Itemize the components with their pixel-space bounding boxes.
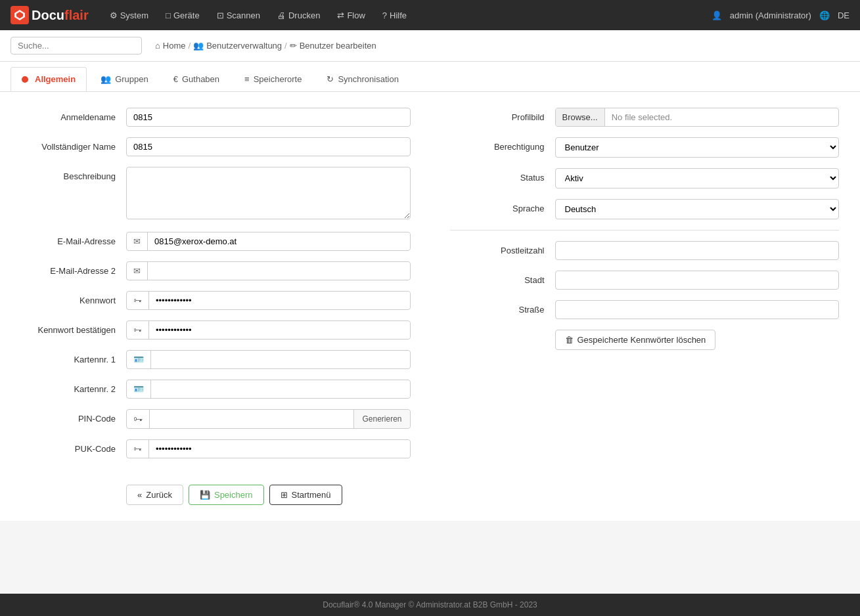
grid-icon: ⊞ (281, 490, 288, 500)
email2-input[interactable] (148, 262, 410, 280)
kartennr2-input[interactable] (151, 380, 410, 398)
pincode-input[interactable] (150, 410, 353, 428)
back-button[interactable]: « Zurück (126, 485, 183, 505)
navbar-left: Docuflair System □ Geräte ⊡ Scannen 🖨 Dr… (11, 0, 413, 30)
scan-icon: ⊡ (217, 11, 224, 20)
pincode-input-group: 🗝 Generieren (126, 409, 411, 429)
brand-text: Docuflair (32, 8, 89, 23)
globe-icon: 🌐 (819, 11, 830, 20)
nav-geraete[interactable]: □ Geräte (159, 0, 206, 30)
file-browse-button[interactable]: Browse... (556, 108, 605, 126)
tabs-container: Allgemein 👥 Gruppen € Guthaben ≡ Speiche… (0, 62, 860, 92)
circle-red-icon (22, 76, 28, 83)
email-input[interactable] (148, 232, 410, 250)
trash-icon: 🗑 (565, 335, 574, 345)
card1-icon: 🪪 (127, 351, 151, 368)
kartennr1-input-group: 🪪 (126, 350, 411, 369)
stadt-label: Stadt (450, 271, 555, 285)
chevron-left-icon: « (137, 490, 142, 500)
email2-wrapper: ✉ (126, 261, 411, 280)
pukcode-label: PUK-Code (21, 439, 126, 454)
row-email: E-Mail-Adresse ✉ (21, 232, 411, 251)
delete-passwords-wrapper: 🗑 Gespeicherte Kennwörter löschen (555, 330, 840, 350)
row-beschreibung: Beschreibung (21, 167, 411, 221)
euro-icon: € (173, 74, 178, 84)
pukcode-input[interactable] (149, 440, 410, 458)
row-kartennr2: Kartennr. 2 🪪 (21, 380, 411, 399)
help-icon: ? (382, 11, 387, 20)
stadt-input[interactable] (555, 271, 840, 290)
anmeldename-label: Anmeldename (21, 108, 126, 122)
save-button[interactable]: 💾 Speichern (189, 485, 264, 505)
strasse-label: Straße (450, 300, 555, 315)
strasse-input[interactable] (555, 300, 840, 319)
tab-speicherorte[interactable]: ≡ Speicherorte (233, 67, 313, 91)
form-columns: Anmeldename Vollständiger Name Beschreib… (21, 108, 839, 469)
row-kartennr1: Kartennr. 1 🪪 (21, 350, 411, 369)
breadcrumb-sep-1: / (189, 41, 191, 51)
nav-scannen[interactable]: ⊡ Scannen (210, 0, 267, 30)
nav-hilfe[interactable]: ? Hilfe (376, 0, 413, 30)
postleitzahl-label: Postleitzahl (450, 241, 555, 255)
breadcrumb-benutzerverwaltung[interactable]: Benutzerverwaltung (206, 41, 282, 51)
search-input[interactable] (11, 37, 142, 55)
nav-drucken-label: Drucken (288, 11, 320, 20)
tab-synchronisation[interactable]: ↻ Synchronisation (315, 67, 410, 91)
key2-icon: 🗝 (127, 321, 149, 339)
status-wrapper: Aktiv Inaktiv Gesperrt (555, 168, 840, 188)
row-sprache: Sprache Deutsch Englisch Französisch (450, 199, 840, 219)
berechtigung-wrapper: Benutzer Administrator Gast (555, 137, 840, 158)
nav-flow-label: Flow (347, 11, 365, 20)
breadcrumb-home[interactable]: Home (163, 41, 186, 51)
nav-flow[interactable]: ⇄ Flow (330, 0, 371, 30)
pincode-wrapper: 🗝 Generieren (126, 409, 411, 429)
kartennr2-label: Kartennr. 2 (21, 380, 126, 394)
delete-passwords-button[interactable]: 🗑 Gespeicherte Kennwörter löschen (555, 330, 716, 350)
vollstaendiger-name-input[interactable] (126, 137, 411, 156)
sprache-wrapper: Deutsch Englisch Französisch (555, 199, 840, 219)
tab-allgemein[interactable]: Allgemein (11, 67, 87, 91)
save-label: Speichern (214, 490, 253, 500)
stadt-wrapper (555, 271, 840, 290)
brand-logo-area[interactable]: Docuflair (11, 6, 89, 24)
nav-geraete-label: Geräte (173, 11, 200, 20)
berechtigung-select[interactable]: Benutzer Administrator Gast (555, 137, 840, 158)
generate-button[interactable]: Generieren (353, 410, 409, 428)
row-berechtigung: Berechtigung Benutzer Administrator Gast (450, 137, 840, 158)
row-pincode: PIN-Code 🗝 Generieren (21, 409, 411, 429)
kartennr1-input[interactable] (151, 351, 410, 368)
kartennr2-input-group: 🪪 (126, 380, 411, 399)
status-select[interactable]: Aktiv Inaktiv Gesperrt (555, 168, 840, 188)
nav-drucken[interactable]: 🖨 Drucken (271, 0, 327, 30)
row-strasse: Straße (450, 300, 840, 319)
tab-guthaben[interactable]: € Guthaben (162, 67, 231, 91)
key3-icon: 🗝 (127, 410, 150, 428)
edit-icon: ✏ (290, 41, 297, 51)
nav-system[interactable]: System (103, 0, 155, 30)
kartennr2-wrapper: 🪪 (126, 380, 411, 399)
startmenu-label: Startmenü (292, 490, 331, 500)
vollstaendiger-name-label: Vollständiger Name (21, 137, 126, 152)
row-profilbild: Profilbild Browse... No file selected. (450, 108, 840, 127)
tab-guthaben-label: Guthaben (182, 74, 219, 84)
row-kennwort-bestaetigen: Kennwort bestätigen 🗝 (21, 320, 411, 340)
beschreibung-textarea[interactable] (126, 167, 411, 219)
pincode-label: PIN-Code (21, 409, 126, 424)
group-icon: 👥 (101, 74, 111, 84)
kennwort-bestaetigen-input[interactable] (149, 321, 410, 339)
users-icon: 👥 (193, 41, 204, 51)
postleitzahl-input[interactable] (555, 241, 840, 260)
anmeldename-input[interactable] (126, 108, 411, 127)
startmenu-button[interactable]: ⊞ Startmenü (269, 485, 342, 505)
kennwort-input[interactable] (149, 292, 410, 309)
row-vollstaendiger-name: Vollständiger Name (21, 137, 411, 156)
sprache-select[interactable]: Deutsch Englisch Französisch (555, 199, 840, 219)
tab-gruppen[interactable]: 👥 Gruppen (89, 67, 160, 91)
berechtigung-label: Berechtigung (450, 137, 555, 152)
email-label: E-Mail-Adresse (21, 232, 126, 246)
storage-icon: ≡ (244, 74, 250, 84)
sync-icon: ↻ (327, 74, 334, 84)
tab-allgemein-label: Allgemein (35, 74, 76, 84)
user-label: admin (Administrator) (730, 11, 811, 20)
brand-icon (11, 6, 29, 24)
